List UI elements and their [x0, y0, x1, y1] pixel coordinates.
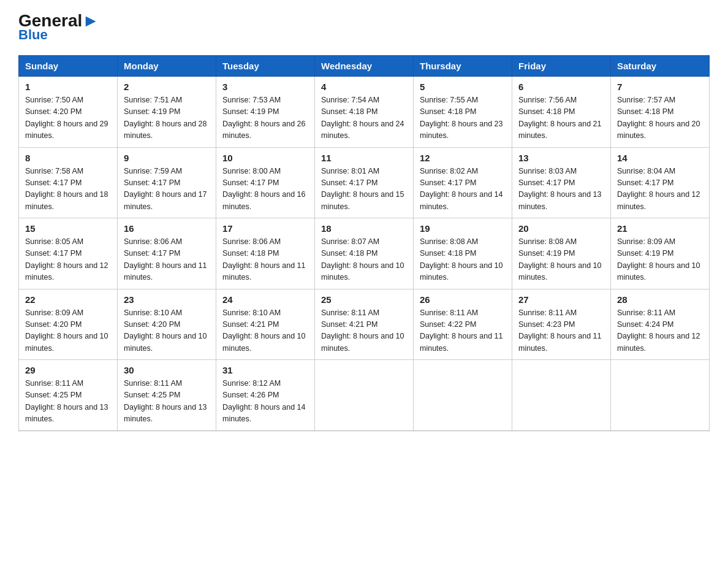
day-number: 15 — [25, 223, 111, 234]
weekday-header-friday: Friday — [512, 56, 611, 77]
calendar-cell: 6 Sunrise: 7:56 AM Sunset: 4:18 PM Dayli… — [512, 77, 611, 148]
week-row-2: 8 Sunrise: 7:58 AM Sunset: 4:17 PM Dayli… — [19, 147, 710, 218]
calendar-cell: 13 Sunrise: 8:03 AM Sunset: 4:17 PM Dayl… — [512, 147, 611, 218]
day-number: 19 — [420, 223, 506, 234]
calendar-cell: 24 Sunrise: 8:10 AM Sunset: 4:21 PM Dayl… — [216, 289, 315, 360]
day-number: 31 — [222, 365, 308, 375]
day-number: 24 — [222, 294, 308, 305]
day-number: 23 — [124, 294, 210, 305]
calendar-cell: 5 Sunrise: 7:55 AM Sunset: 4:18 PM Dayli… — [414, 77, 512, 148]
weekday-header-saturday: Saturday — [611, 56, 710, 77]
calendar-cell: 9 Sunrise: 7:59 AM Sunset: 4:17 PM Dayli… — [118, 147, 216, 218]
calendar-cell: 15 Sunrise: 8:05 AM Sunset: 4:17 PM Dayl… — [19, 218, 118, 289]
day-info: Sunrise: 8:05 AM Sunset: 4:17 PM Dayligh… — [25, 236, 111, 284]
day-info: Sunrise: 8:12 AM Sunset: 4:26 PM Dayligh… — [222, 378, 308, 426]
day-number: 2 — [124, 82, 210, 92]
day-number: 5 — [420, 82, 506, 92]
day-info: Sunrise: 8:06 AM Sunset: 4:17 PM Dayligh… — [124, 236, 210, 284]
day-number: 4 — [321, 82, 407, 92]
day-info: Sunrise: 8:04 AM Sunset: 4:17 PM Dayligh… — [617, 166, 703, 213]
day-info: Sunrise: 8:09 AM Sunset: 4:20 PM Dayligh… — [25, 307, 111, 355]
calendar-cell — [611, 360, 710, 431]
calendar-cell: 30 Sunrise: 8:11 AM Sunset: 4:25 PM Dayl… — [118, 360, 216, 431]
day-number: 10 — [222, 153, 308, 163]
weekday-header-thursday: Thursday — [414, 56, 512, 77]
day-info: Sunrise: 8:01 AM Sunset: 4:17 PM Dayligh… — [321, 166, 407, 213]
day-info: Sunrise: 8:11 AM Sunset: 4:23 PM Dayligh… — [518, 307, 604, 355]
calendar-cell: 8 Sunrise: 7:58 AM Sunset: 4:17 PM Dayli… — [19, 147, 118, 218]
day-number: 14 — [617, 153, 703, 163]
weekday-header-monday: Monday — [118, 56, 216, 77]
day-number: 8 — [25, 153, 111, 163]
day-info: Sunrise: 8:11 AM Sunset: 4:21 PM Dayligh… — [321, 307, 407, 355]
day-info: Sunrise: 7:59 AM Sunset: 4:17 PM Dayligh… — [124, 166, 210, 213]
day-number: 28 — [617, 294, 703, 305]
day-number: 13 — [518, 153, 604, 163]
calendar-cell: 18 Sunrise: 8:07 AM Sunset: 4:18 PM Dayl… — [315, 218, 414, 289]
logo: General► Blue — [18, 12, 99, 43]
day-info: Sunrise: 8:07 AM Sunset: 4:18 PM Dayligh… — [321, 236, 407, 284]
day-number: 16 — [124, 223, 210, 234]
calendar-cell: 1 Sunrise: 7:50 AM Sunset: 4:20 PM Dayli… — [19, 77, 118, 148]
day-number: 17 — [222, 223, 308, 234]
page-header: General► Blue — [18, 12, 710, 43]
day-info: Sunrise: 8:06 AM Sunset: 4:18 PM Dayligh… — [222, 236, 308, 284]
calendar-cell: 28 Sunrise: 8:11 AM Sunset: 4:24 PM Dayl… — [611, 289, 710, 360]
day-number: 3 — [222, 82, 308, 92]
calendar-cell: 11 Sunrise: 8:01 AM Sunset: 4:17 PM Dayl… — [315, 147, 414, 218]
day-info: Sunrise: 8:11 AM Sunset: 4:24 PM Dayligh… — [617, 307, 703, 355]
week-row-5: 29 Sunrise: 8:11 AM Sunset: 4:25 PM Dayl… — [19, 360, 710, 431]
day-number: 12 — [420, 153, 506, 163]
weekday-header-row: SundayMondayTuesdayWednesdayThursdayFrid… — [19, 56, 710, 77]
calendar-cell — [512, 360, 611, 431]
day-number: 1 — [25, 82, 111, 92]
day-number: 7 — [617, 82, 703, 92]
day-number: 22 — [25, 294, 111, 305]
day-number: 29 — [25, 365, 111, 375]
calendar-cell: 7 Sunrise: 7:57 AM Sunset: 4:18 PM Dayli… — [611, 77, 710, 148]
day-number: 26 — [420, 294, 506, 305]
calendar-cell: 26 Sunrise: 8:11 AM Sunset: 4:22 PM Dayl… — [414, 289, 512, 360]
day-info: Sunrise: 7:55 AM Sunset: 4:18 PM Dayligh… — [420, 94, 506, 142]
day-number: 9 — [124, 153, 210, 163]
day-info: Sunrise: 8:10 AM Sunset: 4:20 PM Dayligh… — [124, 307, 210, 355]
day-number: 25 — [321, 294, 407, 305]
calendar-cell: 3 Sunrise: 7:53 AM Sunset: 4:19 PM Dayli… — [216, 77, 315, 148]
logo-blue-text: Blue — [18, 27, 48, 43]
day-info: Sunrise: 8:11 AM Sunset: 4:22 PM Dayligh… — [420, 307, 506, 355]
day-info: Sunrise: 7:54 AM Sunset: 4:18 PM Dayligh… — [321, 94, 407, 142]
calendar-cell: 29 Sunrise: 8:11 AM Sunset: 4:25 PM Dayl… — [19, 360, 118, 431]
calendar-cell: 16 Sunrise: 8:06 AM Sunset: 4:17 PM Dayl… — [118, 218, 216, 289]
day-number: 11 — [321, 153, 407, 163]
week-row-3: 15 Sunrise: 8:05 AM Sunset: 4:17 PM Dayl… — [19, 218, 710, 289]
day-info: Sunrise: 7:51 AM Sunset: 4:19 PM Dayligh… — [124, 94, 210, 142]
calendar-cell: 19 Sunrise: 8:08 AM Sunset: 4:18 PM Dayl… — [414, 218, 512, 289]
day-info: Sunrise: 8:08 AM Sunset: 4:19 PM Dayligh… — [518, 236, 604, 284]
day-info: Sunrise: 8:02 AM Sunset: 4:17 PM Dayligh… — [420, 166, 506, 213]
day-info: Sunrise: 7:56 AM Sunset: 4:18 PM Dayligh… — [518, 94, 604, 142]
calendar-cell: 10 Sunrise: 8:00 AM Sunset: 4:17 PM Dayl… — [216, 147, 315, 218]
weekday-header-wednesday: Wednesday — [315, 56, 414, 77]
calendar-cell: 12 Sunrise: 8:02 AM Sunset: 4:17 PM Dayl… — [414, 147, 512, 218]
week-row-1: 1 Sunrise: 7:50 AM Sunset: 4:20 PM Dayli… — [19, 77, 710, 148]
calendar-cell: 14 Sunrise: 8:04 AM Sunset: 4:17 PM Dayl… — [611, 147, 710, 218]
day-info: Sunrise: 7:50 AM Sunset: 4:20 PM Dayligh… — [25, 94, 111, 142]
day-number: 21 — [617, 223, 703, 234]
day-info: Sunrise: 8:11 AM Sunset: 4:25 PM Dayligh… — [124, 378, 210, 426]
calendar-cell: 22 Sunrise: 8:09 AM Sunset: 4:20 PM Dayl… — [19, 289, 118, 360]
day-info: Sunrise: 7:57 AM Sunset: 4:18 PM Dayligh… — [617, 94, 703, 142]
day-number: 30 — [124, 365, 210, 375]
calendar-cell — [315, 360, 414, 431]
day-number: 6 — [518, 82, 604, 92]
calendar-cell: 23 Sunrise: 8:10 AM Sunset: 4:20 PM Dayl… — [118, 289, 216, 360]
day-info: Sunrise: 8:11 AM Sunset: 4:25 PM Dayligh… — [25, 378, 111, 426]
calendar-cell: 25 Sunrise: 8:11 AM Sunset: 4:21 PM Dayl… — [315, 289, 414, 360]
day-number: 18 — [321, 223, 407, 234]
calendar-cell: 17 Sunrise: 8:06 AM Sunset: 4:18 PM Dayl… — [216, 218, 315, 289]
day-info: Sunrise: 8:09 AM Sunset: 4:19 PM Dayligh… — [617, 236, 703, 284]
day-info: Sunrise: 7:58 AM Sunset: 4:17 PM Dayligh… — [25, 166, 111, 213]
day-info: Sunrise: 8:00 AM Sunset: 4:17 PM Dayligh… — [222, 166, 308, 213]
calendar-cell — [414, 360, 512, 431]
calendar-table: SundayMondayTuesdayWednesdayThursdayFrid… — [18, 55, 710, 431]
calendar-cell: 2 Sunrise: 7:51 AM Sunset: 4:19 PM Dayli… — [118, 77, 216, 148]
